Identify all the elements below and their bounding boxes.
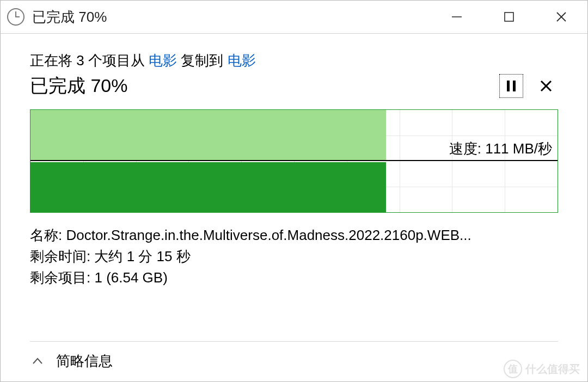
footer: 简略信息 xyxy=(30,341,558,371)
chart-upper-area xyxy=(30,110,386,160)
copy-summary-prefix: 正在将 3 个项目从 xyxy=(30,52,149,69)
throughput-chart: 速度: 111 MB/秒 xyxy=(30,109,558,213)
detail-name-label: 名称: xyxy=(30,227,66,243)
copy-summary-mid: 复制到 xyxy=(177,52,227,69)
minimize-button[interactable] xyxy=(431,1,483,33)
maximize-button[interactable] xyxy=(483,1,535,33)
detail-name: 名称: Doctor.Strange.in.the.Multiverse.of.… xyxy=(30,226,558,245)
detail-time-value: 大约 1 分 15 秒 xyxy=(94,248,190,264)
close-icon xyxy=(538,78,554,94)
detail-time-remaining: 剩余时间: 大约 1 分 15 秒 xyxy=(30,247,558,266)
chevron-up-icon xyxy=(32,355,44,367)
detail-items-value: 1 (6.54 GB) xyxy=(94,269,167,286)
speed-label: 速度: 111 MB/秒 xyxy=(449,139,552,158)
window-controls xyxy=(431,1,587,33)
detail-name-value: Doctor.Strange.in.the.Multiverse.of.Madn… xyxy=(66,227,471,243)
collapse-details-button[interactable] xyxy=(30,354,45,369)
close-button[interactable] xyxy=(535,1,587,33)
detail-time-label: 剩余时间: xyxy=(30,248,94,264)
svg-rect-5 xyxy=(513,81,516,91)
dest-folder-link[interactable]: 电影 xyxy=(228,52,256,69)
titlebar: 已完成 70% xyxy=(0,0,588,34)
progress-status: 已完成 70% xyxy=(30,73,488,98)
window-title: 已完成 70% xyxy=(32,8,431,27)
svg-rect-1 xyxy=(505,13,513,21)
brief-info-label[interactable]: 简略信息 xyxy=(56,352,113,371)
svg-rect-4 xyxy=(507,81,510,91)
copy-summary: 正在将 3 个项目从 电影 复制到 电影 xyxy=(30,51,558,70)
source-folder-link[interactable]: 电影 xyxy=(149,52,177,69)
cancel-button[interactable] xyxy=(534,74,558,98)
detail-items-remaining: 剩余项目: 1 (6.54 GB) xyxy=(30,268,558,287)
chart-progress-fill xyxy=(30,162,386,212)
pause-icon xyxy=(506,79,517,93)
dialog-body: 正在将 3 个项目从 电影 复制到 电影 已完成 70% 速度: 111 MB/… xyxy=(0,34,588,382)
pause-button[interactable] xyxy=(499,74,523,98)
status-row: 已完成 70% xyxy=(30,73,558,98)
detail-items-label: 剩余项目: xyxy=(30,269,94,286)
clock-icon xyxy=(7,8,24,26)
chart-midline xyxy=(30,160,558,161)
